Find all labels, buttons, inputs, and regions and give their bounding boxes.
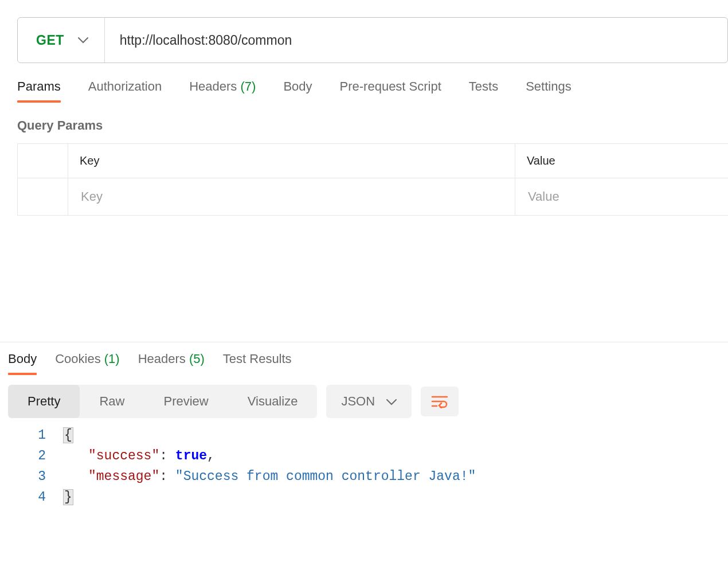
request-bar: GET bbox=[17, 17, 728, 63]
params-table: Key Value bbox=[17, 143, 728, 216]
line-number: 1 bbox=[8, 425, 63, 446]
http-method-select[interactable]: GET bbox=[18, 18, 105, 63]
request-url-input[interactable] bbox=[105, 18, 727, 63]
query-params-heading: Query Params bbox=[17, 118, 728, 133]
line-number: 2 bbox=[8, 446, 63, 466]
code: "success": true, bbox=[63, 446, 215, 466]
response-tab-headers[interactable]: Headers (5) bbox=[138, 352, 205, 374]
body-format-label: JSON bbox=[341, 394, 375, 409]
params-handle-header bbox=[18, 144, 68, 178]
params-row-handle[interactable] bbox=[18, 178, 68, 215]
response-tab-test-results[interactable]: Test Results bbox=[223, 352, 292, 374]
tab-body[interactable]: Body bbox=[283, 79, 312, 102]
line-number: 3 bbox=[8, 466, 63, 487]
tab-count: (1) bbox=[101, 352, 120, 366]
response-section: BodyCookies (1)Headers (5)Test Results P… bbox=[0, 342, 728, 508]
body-format-select[interactable]: JSON bbox=[326, 385, 412, 418]
wrap-icon bbox=[431, 395, 448, 408]
tab-count: (7) bbox=[237, 79, 256, 93]
response-tabs: BodyCookies (1)Headers (5)Test Results bbox=[8, 348, 728, 374]
tab-headers[interactable]: Headers (7) bbox=[189, 79, 256, 102]
http-method-label: GET bbox=[36, 33, 64, 48]
code: } bbox=[63, 487, 73, 508]
tab-params[interactable]: Params bbox=[17, 79, 61, 102]
view-mode-pretty[interactable]: Pretty bbox=[8, 385, 80, 418]
tab-pre-request-script[interactable]: Pre-request Script bbox=[340, 79, 441, 102]
response-controls: PrettyRawPreviewVisualize JSON bbox=[8, 385, 728, 418]
json-line: 3"message": "Success from common control… bbox=[8, 466, 728, 487]
json-line: 4} bbox=[8, 487, 728, 508]
response-tab-body[interactable]: Body bbox=[8, 352, 37, 374]
response-body-viewer: 1{2"success": true,3"message": "Success … bbox=[8, 425, 728, 508]
body-view-mode-group: PrettyRawPreviewVisualize bbox=[8, 385, 317, 418]
params-key-header: Key bbox=[68, 144, 515, 178]
json-line: 2"success": true, bbox=[8, 446, 728, 466]
view-mode-raw[interactable]: Raw bbox=[80, 385, 144, 418]
line-number: 4 bbox=[8, 487, 63, 508]
request-tabs: ParamsAuthorizationHeaders (7)BodyPre-re… bbox=[17, 79, 728, 102]
tab-authorization[interactable]: Authorization bbox=[88, 79, 162, 102]
tab-count: (5) bbox=[186, 352, 205, 366]
param-key-input[interactable] bbox=[80, 189, 503, 205]
tab-tests[interactable]: Tests bbox=[469, 79, 498, 102]
view-mode-visualize[interactable]: Visualize bbox=[228, 385, 318, 418]
tab-settings[interactable]: Settings bbox=[526, 79, 572, 102]
json-line: 1{ bbox=[8, 425, 728, 446]
params-value-header: Value bbox=[515, 144, 728, 178]
response-tab-cookies[interactable]: Cookies (1) bbox=[55, 352, 119, 374]
param-value-input[interactable] bbox=[527, 189, 717, 205]
view-mode-preview[interactable]: Preview bbox=[144, 385, 228, 418]
chevron-down-icon bbox=[386, 394, 397, 409]
chevron-down-icon bbox=[78, 37, 88, 44]
code: { bbox=[63, 425, 73, 446]
code: "message": "Success from common controll… bbox=[63, 466, 476, 487]
wrap-lines-button[interactable] bbox=[421, 387, 459, 416]
